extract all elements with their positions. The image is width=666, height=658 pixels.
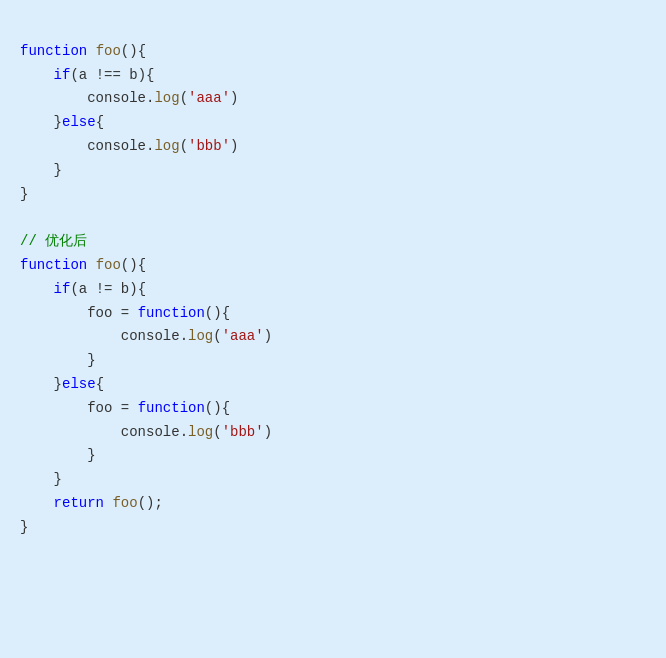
code-line-12: if(a != b){: [20, 281, 146, 297]
code-line-2: if(a !== b){: [20, 67, 154, 83]
code-line-blank: [20, 209, 28, 225]
code-line-7: }: [20, 186, 28, 202]
code-line-5: console.log('bbb'): [20, 138, 238, 154]
code-line-21: return foo();: [20, 495, 163, 511]
code-comment: // 优化后: [20, 233, 87, 249]
code-line-14: console.log('aaa'): [20, 328, 272, 344]
code-line-3: console.log('aaa'): [20, 90, 238, 106]
code-line-4: }else{: [20, 114, 104, 130]
code-line-15: }: [20, 352, 96, 368]
code-line-22: }: [20, 519, 28, 535]
code-line-18: console.log('bbb'): [20, 424, 272, 440]
code-line-20: }: [20, 471, 62, 487]
code-line-13: foo = function(){: [20, 305, 230, 321]
code-editor: function foo(){ if(a !== b){ console.log…: [0, 0, 666, 556]
code-line-16: }else{: [20, 376, 104, 392]
code-line-1: function foo(){: [20, 43, 146, 59]
code-line-19: }: [20, 447, 96, 463]
code-line-11: function foo(){: [20, 257, 146, 273]
code-line-17: foo = function(){: [20, 400, 230, 416]
code-line-6: }: [20, 162, 62, 178]
